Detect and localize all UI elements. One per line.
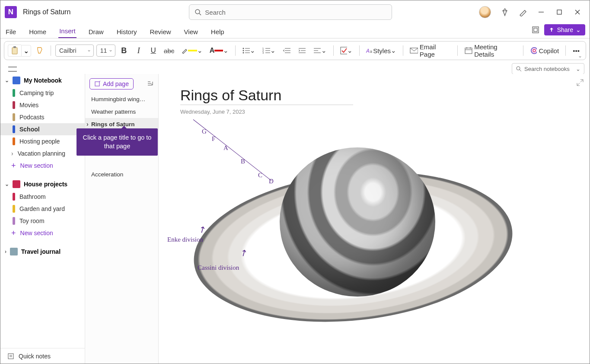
svg-text:3: 3 [262,51,264,54]
menu-file[interactable]: File [5,26,17,38]
svg-text:A: A [366,48,370,54]
page-item[interactable]: Hummingbird wing… [85,93,158,105]
section-vacation-planning[interactable]: ›Vacation planning [0,147,85,160]
section-camping-trip[interactable]: Camping trip [0,87,85,99]
open-in-app-icon[interactable] [531,26,540,34]
outdent-button[interactable] [281,44,293,57]
svg-point-43 [517,67,520,70]
meeting-details-button[interactable]: Meeting Details [462,44,519,57]
indent-button[interactable] [296,44,308,57]
separator [235,45,236,56]
notebook-house-projects[interactable]: ⌄ House projects [0,178,85,191]
svg-point-13 [242,50,244,51]
svg-rect-37 [465,48,472,54]
menu-review[interactable]: Review [149,26,172,38]
section-color [13,193,15,201]
sort-pages-icon[interactable] [147,80,154,87]
align-button[interactable]: ⌄ [311,44,328,57]
ribbon-expand-icon[interactable]: ⌄ [578,53,582,59]
highlight-button[interactable]: ⌄ [179,44,205,57]
font-select[interactable]: Cailbri [55,45,94,57]
svg-rect-5 [557,10,561,14]
notebook-travel-journal[interactable]: › Travel journal [0,245,85,258]
font-color-button[interactable]: A⌄ [207,44,231,57]
separator [457,45,458,56]
number-list-button[interactable]: 123⌄ [260,44,278,57]
ruler-icon[interactable] [519,8,527,16]
email-page-button[interactable]: Email Page [408,44,453,57]
user-avatar[interactable] [479,6,491,18]
svg-rect-10 [12,48,17,54]
quick-notes-label: Quick notes [19,353,51,360]
svg-point-12 [242,48,244,49]
section-hosting-people[interactable]: Hosting people [0,135,85,147]
search-icon [195,9,201,16]
menu-help[interactable]: Help [210,26,225,38]
bold-button[interactable]: B [118,44,130,57]
chevron-down-icon: ⌄ [576,66,580,72]
notebook-color-swatch [13,180,20,188]
plus-icon: + [11,229,16,238]
page-item[interactable]: Acceleration [85,168,158,181]
share-button[interactable]: Share ⌄ [544,24,585,35]
saturn-planet [280,147,435,297]
strikethrough-button[interactable]: abc [162,44,176,57]
chevron-down-icon: ⌄ [576,26,581,33]
section-color [13,217,15,225]
menu-view[interactable]: View [183,26,199,38]
section-podcasts[interactable]: Podcasts [0,111,85,123]
copilot-label: Copilot [539,47,559,54]
svg-text:a: a [370,49,372,54]
format-painter-button[interactable] [34,44,46,57]
page-canvas[interactable]: Rings of Saturn Wednesday, June 7, 2023 … [159,74,590,364]
page-item[interactable]: … [85,156,158,168]
add-page-label: Add page [103,80,129,87]
email-label: Email Page [420,43,451,58]
section-toy-room[interactable]: Toy room [0,215,85,227]
minimize-button[interactable] [537,8,545,16]
section-movies[interactable]: Movies [0,99,85,111]
menu-history[interactable]: History [116,26,138,38]
new-section-button[interactable]: +New section [0,227,85,239]
page-item[interactable]: Weather patterns [85,105,158,118]
new-section-button[interactable]: +New section [0,160,85,172]
font-color-swatch [214,50,223,51]
paste-button[interactable]: ⌄ [8,45,31,57]
bullet-list-button[interactable]: ⌄ [240,44,258,57]
notebook-name: House projects [24,181,67,188]
svg-line-1 [199,13,201,15]
section-color [13,101,15,109]
styles-button[interactable]: Aa Styles ⌄ [364,44,399,57]
page-title[interactable]: Rings of Saturn [180,87,568,104]
font-size-select[interactable]: 11 [96,45,115,57]
quick-notes-button[interactable]: Quick notes [0,348,85,364]
menu-draw[interactable]: Draw [88,26,105,38]
section-bathroom[interactable]: Bathroom [0,191,85,203]
underline-button[interactable]: U [147,44,159,57]
copilot-button[interactable]: Copilot [528,44,561,57]
menu-home[interactable]: Home [28,26,47,38]
search-notebooks[interactable]: Search notebooks ⌄ [512,63,584,74]
close-button[interactable] [573,8,582,16]
notebook-my-notebook[interactable]: ⌄ My Notebook [0,74,85,87]
section-garden[interactable]: Garden and yard [0,203,85,215]
highlight-color-swatch [188,50,197,51]
saturn-illustration: G F A B C D Enke division ↗ Cassini divi… [167,117,513,333]
svg-point-14 [242,52,244,54]
section-school[interactable]: School [0,123,85,135]
search-placeholder: Search [205,9,226,16]
title-bar: N Rings of Saturn Search [0,0,590,24]
separator [403,45,403,56]
svg-line-51 [577,83,580,86]
expand-canvas-icon[interactable] [577,79,584,86]
ribbon-toolbar: ⌄ Cailbri 11 B I U abc ⌄ A⌄ ⌄ 123⌄ ⌄ ⌄ A… [4,41,586,60]
chevron-right-icon: › [5,249,6,255]
add-page-button[interactable]: Add page [89,78,134,89]
todo-tag-button[interactable]: ⌄ [338,44,355,57]
svg-rect-9 [534,28,537,32]
premium-icon[interactable] [501,8,509,16]
maximize-button[interactable] [555,8,564,16]
menu-insert[interactable]: Insert [58,25,77,38]
global-search[interactable]: Search [189,4,392,20]
italic-button[interactable]: I [133,44,145,57]
